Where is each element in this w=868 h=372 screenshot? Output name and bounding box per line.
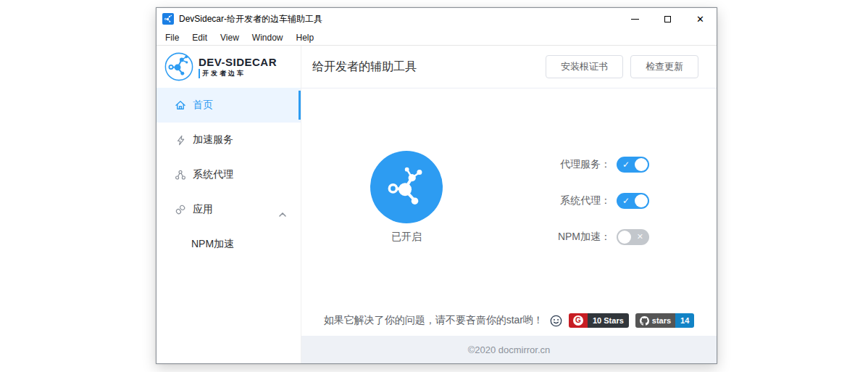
app-logo: DEV-SIDECAR 开发者边车 [157,46,301,88]
menu-window[interactable]: Window [246,33,290,43]
titlebar: DevSidecar-给开发者的边车辅助工具 ✕ [157,8,717,30]
sidebar-item-label: 加速服务 [193,133,233,146]
main-content: 已开启 代理服务： ✓ 系统代理： ✓ [301,88,717,336]
menu-edit[interactable]: Edit [185,33,214,43]
toggle-knob [635,158,648,171]
minimize-button[interactable] [619,8,651,30]
app-icon [162,13,174,25]
gitee-stars-count: 10 Stars [588,313,629,328]
toggle-knob [635,194,648,207]
check-icon: ✓ [622,197,630,205]
menu-help[interactable]: Help [290,33,321,43]
github-stars-label: stars [652,316,671,325]
network-icon [175,169,186,181]
install-root-cert-button[interactable]: 安装根证书 [546,55,623,78]
menu-view[interactable]: View [214,33,246,43]
star-message: 如果它解决了你的问题，请不要吝啬你的star哟！ [324,314,543,327]
maximize-icon [664,16,671,22]
toggle-label: 系统代理： [553,194,611,207]
app-window: DevSidecar-给开发者的边车辅助工具 ✕ File Edit View … [156,7,717,364]
github-icon [640,316,649,326]
check-update-button[interactable]: 检查更新 [630,55,698,78]
toggle-row-npm: NPM加速： ✕ [553,228,649,246]
menubar: File Edit View Window Help [157,30,717,46]
smiley-icon [550,315,562,327]
sidebar-item-acceleration[interactable]: 加速服务 [157,123,301,157]
sidebar-item-system-proxy[interactable]: 系统代理 [157,157,301,192]
status-power-button[interactable] [370,151,443,223]
logo-name: DEV-SIDECAR [199,56,277,68]
page-title: 给开发者的辅助工具 [312,59,417,75]
system-proxy-toggle[interactable]: ✓ [617,193,649,209]
proxy-service-toggle[interactable]: ✓ [617,157,649,173]
maximize-button[interactable] [651,8,684,30]
minimize-icon [631,19,639,20]
copyright-text: ©2020 docmirror.cn [468,344,551,355]
sidebar-item-label: 首页 [193,99,213,112]
logo-molecule-icon [164,51,194,82]
logo-subtitle: 开发者边车 [199,69,277,78]
cross-icon: ✕ [637,233,643,241]
gitee-stars-badge[interactable]: G 10 Stars [569,313,629,328]
close-icon: ✕ [696,15,704,24]
github-stars-badge[interactable]: stars 14 [635,313,695,328]
sidebar-item-home[interactable]: 首页 [157,88,301,123]
close-button[interactable]: ✕ [684,8,717,30]
window-title: DevSidecar-给开发者的边车辅助工具 [179,13,322,25]
sidebar-item-apps[interactable]: 应用 [157,192,301,227]
sidebar-item-label: 系统代理 [193,168,233,181]
github-stars-count: 14 [675,313,694,328]
toggle-row-system-proxy: 系统代理： ✓ [553,192,649,210]
footer: ©2020 docmirror.cn [301,336,717,363]
molecule-icon [383,164,430,210]
main-header: 给开发者的辅助工具 安装根证书 检查更新 [301,46,717,88]
sidebar: DEV-SIDECAR 开发者边车 首页 [157,46,301,363]
toggle-label: 代理服务： [553,158,611,171]
npm-acceleration-toggle[interactable]: ✕ [617,229,649,245]
status-label: 已开启 [370,231,443,244]
sidebar-nav: 首页 加速服务 [157,88,301,262]
sidebar-item-label: 应用 [193,203,213,216]
menu-file[interactable]: File [159,33,185,43]
plugin-icon [175,204,186,215]
bolt-icon [175,134,186,146]
sidebar-item-label: NPM加速 [191,238,234,251]
toggle-knob [618,231,631,244]
sidebar-item-npm[interactable]: NPM加速 [157,227,301,262]
chevron-up-icon[interactable] [279,207,286,219]
main-panel: 给开发者的辅助工具 安装根证书 检查更新 [301,46,717,363]
toggle-group: 代理服务： ✓ 系统代理： ✓ NPM加速： [553,156,649,265]
check-icon: ✓ [622,160,630,169]
star-row: 如果它解决了你的问题，请不要吝啬你的star哟！ G 10 Stars [301,313,717,328]
gitee-icon: G [569,313,588,328]
toggle-row-proxy-service: 代理服务： ✓ [553,156,649,173]
toggle-label: NPM加速： [553,231,611,244]
home-icon [175,99,186,111]
